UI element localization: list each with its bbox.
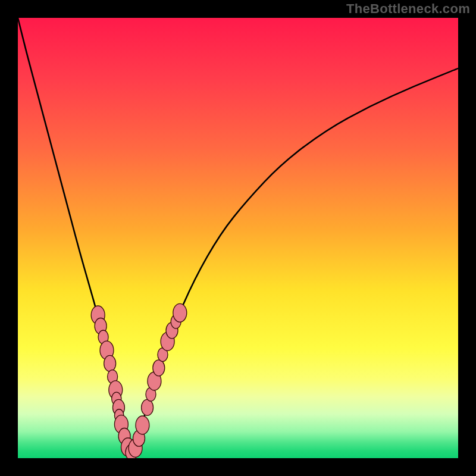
watermark-text: TheBottleneck.com	[346, 1, 470, 17]
svg-rect-0	[18, 18, 458, 458]
heat-gradient-background	[18, 18, 458, 458]
chart-frame: TheBottleneck.com	[0, 0, 476, 476]
plot-area	[18, 18, 458, 458]
